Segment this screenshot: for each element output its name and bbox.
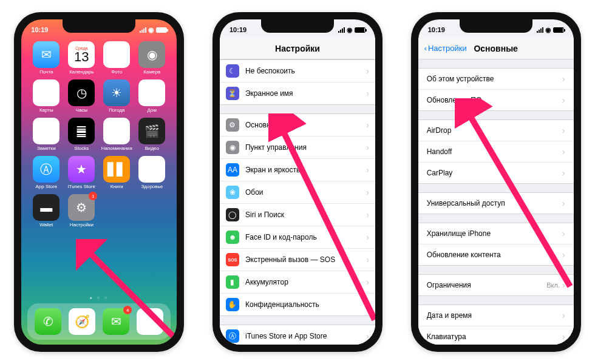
health-label: Здоровье [141,184,163,189]
clock-icon: ◷ [68,79,95,106]
app-videos[interactable]: 🎬Видео [134,118,169,151]
settings-list[interactable]: ☾Не беспокоить› ⏳Экранное имя› ⚙︎Основны… [220,59,375,345]
row-wallpaper[interactable]: ❀Обои› [220,181,375,204]
row-label: Обновление контента [427,251,562,259]
home-screen: 10:19 ◉ ✉︎Почта Среда13Календарь ✿Фото ◉… [21,19,177,345]
appstore-label: App Store [36,184,58,189]
notes-label: Заметки [37,146,56,151]
row-handoff[interactable]: Handoff› [418,141,574,163]
row-itunes-appstore[interactable]: ⒶiTunes Store и App Store› [220,325,375,345]
app-health[interactable]: ♥Здоровье [134,156,169,189]
status-time: 10:19 [428,26,458,33]
row-airdrop[interactable]: AirDrop› [418,120,574,141]
health-icon: ♥ [138,156,165,183]
maps-label: Карты [39,107,53,113]
dock-music[interactable]: ♫ [137,308,163,335]
app-photos[interactable]: ✿Фото [99,41,134,75]
row-label: Обои [245,188,366,197]
row-about[interactable]: Об этом устройстве› [418,69,574,90]
app-reminders[interactable]: ☰Напоминания [99,118,134,151]
chevron-icon: › [562,147,565,157]
settings-badge: 1 [89,192,97,200]
app-books[interactable]: ▋▋Книги [99,156,134,189]
row-label: Ограничения [427,281,547,289]
row-restrictions[interactable]: ОграниченияВкл.› [418,275,574,295]
app-wallet[interactable]: ▬Wallet [29,194,64,228]
phone-general: 10:19 ◉ ‹Настройки Основные Об этом устр… [411,12,581,352]
app-home[interactable]: ⌂Дом [134,79,169,113]
chevron-icon: › [562,311,565,320]
row-date-time[interactable]: Дата и время› [418,305,574,326]
chevron-icon: › [366,187,369,197]
row-label: Handoff [427,147,562,156]
dock-phone[interactable]: ✆ [35,308,61,335]
app-camera[interactable]: ◉Камера [134,41,169,75]
app-appstore[interactable]: ⒶApp Store [29,156,64,189]
app-clock[interactable]: ◷Часы [64,79,99,113]
app-calendar[interactable]: Среда13Календарь [64,41,99,75]
chevron-icon: › [562,280,565,290]
calendar-label: Календарь [69,69,93,75]
moon-icon: ☾ [226,64,239,78]
row-carplay[interactable]: CarPlay› [418,163,574,183]
row-label: Обновление ПО [427,96,562,104]
battery-icon [355,27,365,33]
weather-label: Погода [109,107,124,113]
app-mail[interactable]: ✉︎Почта [29,41,64,75]
row-siri[interactable]: ◯Siri и Поиск› [220,204,375,226]
photos-icon: ✿ [103,41,130,68]
mail-icon: ✉︎ [33,41,59,68]
dock-messages[interactable]: ✉︎4 [103,308,129,335]
row-sos[interactable]: SOSЭкстренный вызов — SOS› [220,249,375,271]
row-label: Пункт управления [245,143,366,152]
row-faceid[interactable]: ☻Face ID и код-пароль› [220,226,375,249]
notch [63,19,135,33]
row-screentime[interactable]: ⏳Экранное имя› [220,83,375,104]
app-weather[interactable]: ☀︎Погода [99,79,134,113]
app-maps[interactable]: ➶Карты [29,79,64,113]
app-stocks[interactable]: ䷀Stocks [64,118,99,151]
settings-screen: 10:19 ◉ Настройки ☾Не беспокоить› ⏳Экран… [220,19,375,345]
row-privacy[interactable]: ✋Конфиденциальность› [220,294,375,315]
row-battery[interactable]: ▮Аккумулятор› [220,271,375,294]
dock-safari[interactable]: 🧭 [69,308,95,335]
status-time: 10:19 [31,26,61,33]
row-display[interactable]: AAЭкран и яркость› [220,159,375,181]
nav-bar: ‹Настройки Основные [418,38,574,59]
notch [460,19,532,33]
row-iphone-storage[interactable]: Хранилище iPhone› [418,223,574,244]
general-list[interactable]: Об этом устройстве› Обновление ПО› AirDr… [418,59,574,345]
phone-settings: 10:19 ◉ Настройки ☾Не беспокоить› ⏳Экран… [212,12,382,352]
row-software-update[interactable]: Обновление ПО› [418,90,574,110]
mail-label: Почта [39,69,53,75]
app-settings[interactable]: ⚙︎1Настройки [64,194,99,228]
row-dnd[interactable]: ☾Не беспокоить› [220,60,375,83]
chevron-icon: › [366,143,369,152]
itunes-label: iTunes Store [68,184,95,189]
row-label: Клавиатура [427,332,562,341]
row-background-refresh[interactable]: Обновление контента› [418,244,574,265]
row-label: Экран и яркость [245,166,366,174]
weather-icon: ☀︎ [103,79,130,106]
app-notes[interactable]: ▤Заметки [29,118,64,151]
sos-icon: SOS [226,253,239,266]
row-label: Не беспокоить [245,67,366,75]
chevron-icon: › [366,210,369,220]
chevron-icon: › [366,277,369,287]
row-accessibility[interactable]: Универсальный доступ› [418,193,574,214]
chevron-icon: › [562,332,565,342]
general-screen: 10:19 ◉ ‹Настройки Основные Об этом устр… [418,19,574,345]
wallet-label: Wallet [39,222,53,228]
home-apps-grid: ✉︎Почта Среда13Календарь ✿Фото ◉Камера ➶… [21,38,177,228]
row-control-center[interactable]: ◉Пункт управления› [220,136,375,159]
row-label: CarPlay [427,169,562,177]
app-itunes[interactable]: ★iTunes Store [64,156,99,189]
signal-icon [338,27,345,33]
row-general[interactable]: ⚙︎Основные› [220,114,375,136]
page-dots: ● ○ ○ [21,295,177,300]
row-label: Экранное имя [245,89,366,98]
row-keyboard[interactable]: Клавиатура› [418,326,574,345]
back-button[interactable]: ‹Настройки [424,44,467,53]
row-label: Аккумулятор [245,278,366,286]
status-icons: ◉ [338,26,365,34]
